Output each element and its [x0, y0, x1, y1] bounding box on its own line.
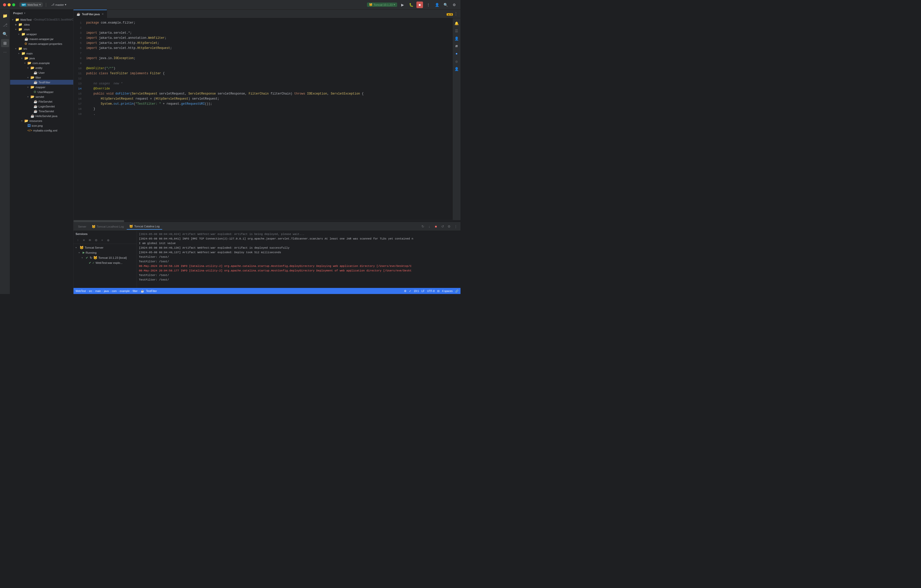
notification-icon[interactable]: 🔔 — [454, 20, 460, 26]
minimize-button[interactable] — [8, 3, 11, 7]
branch-selector[interactable]: ⎇ master ▾ — [49, 2, 69, 7]
tab-testfilter[interactable]: ☕ TestFilter.java ✕ — [73, 10, 107, 18]
tab-more-button[interactable]: ▲ 3 ⋮ — [444, 11, 460, 16]
reload-button[interactable]: ↻ — [420, 224, 426, 230]
titlebar: WT WebTest ▾ ⎇ master ▾ 🐱 Tomcat 10.1.23… — [0, 0, 460, 10]
tree-loginservlet[interactable]: ▶ ☕ LoginServlet — [10, 104, 73, 109]
commit-icon[interactable]: ⎇ — [1, 21, 9, 29]
project-sidebar: Project ▾ ▾ 📁 WebTest ~/Desktop/CS/JavaE… — [10, 10, 73, 294]
srv-eye-btn[interactable]: 👁 — [87, 238, 93, 243]
srv-tomcat-instance[interactable]: ▾ ✔ ↻ 🐱 Tomcat 10.1.23 [local] — [73, 255, 137, 260]
run-button[interactable]: ▶ — [399, 2, 406, 8]
tree-servlet[interactable]: ▾ 📂 servlet — [10, 94, 73, 99]
search-button[interactable]: 🔍 — [442, 2, 449, 8]
tab-tomcat-localhost[interactable]: 🐱 Tomcat Localhost Log — [89, 224, 126, 230]
tab-label: TestFilter.java — [82, 13, 99, 16]
tree-main[interactable]: ▾ 📁 main — [10, 51, 73, 56]
tab-close-button[interactable]: ✕ — [102, 13, 104, 15]
wrapper-label: wrapper — [26, 33, 37, 36]
tree-iconpng[interactable]: ▶ 🖼 icon.png — [10, 123, 73, 128]
log-line-2: [2024-05-08 08:04:49,041] INFO [RMI TCP … — [139, 236, 459, 241]
resources-label: resources — [29, 119, 42, 122]
tree-java[interactable]: ▾ 📂 java — [10, 56, 73, 60]
debug-button[interactable]: 🐛 — [408, 2, 414, 8]
tree-resources[interactable]: ▾ 📂 resources — [10, 118, 73, 123]
person-icon[interactable]: 👤 — [454, 36, 460, 42]
srv-collapse-btn[interactable]: ↑ — [75, 238, 81, 243]
srv-filter-btn[interactable]: ⚙ — [93, 238, 99, 243]
tree-root[interactable]: ▾ 📁 WebTest ~/Desktop/CS/JavaEE/1 JavaWe… — [10, 17, 73, 22]
tree-mapper[interactable]: ▾ 📂 mapper — [10, 85, 73, 90]
more-icon[interactable]: ··· — [1, 48, 9, 56]
clear-button[interactable]: ↺ — [440, 224, 445, 230]
tab-server[interactable]: Server — [75, 224, 89, 229]
project-name: WebTest — [28, 3, 38, 7]
srv-webtest-artifact[interactable]: ▶ ✔ ✓ WebTest:war explo... — [73, 260, 137, 265]
search-icon[interactable]: 🔍 — [1, 30, 9, 38]
tree-testfilter[interactable]: ▶ ☕ TestFilter — [10, 80, 73, 85]
tree-wrapper[interactable]: ▾ 📁 wrapper — [10, 32, 73, 36]
more-panel-button[interactable]: ⋮ — [453, 224, 459, 230]
openai-icon[interactable]: ◎ — [454, 58, 460, 64]
titlebar-separator — [46, 3, 46, 7]
tomcat-server-label: Tomcat Server — [85, 246, 103, 249]
stop-log-button[interactable]: ■ — [433, 224, 439, 230]
close-button[interactable] — [3, 3, 6, 7]
iconpng-label: icon.png — [32, 124, 42, 127]
srv-add-btn[interactable]: ⊕ — [106, 238, 111, 243]
tree-fileservlet[interactable]: ▶ ☕ FileServlet — [10, 99, 73, 104]
project-selector[interactable]: WT WebTest ▾ — [19, 2, 43, 7]
tab-tomcat-catalina[interactable]: 🐱 Tomcat Catalina Log — [127, 223, 162, 230]
tree-src[interactable]: ▾ 📁 src — [10, 46, 73, 51]
log-line-4: [2024-05-08 08:04:49,136] Artifact WebTe… — [139, 246, 459, 250]
filter-button[interactable]: ⚙ — [446, 224, 452, 230]
settings-button[interactable]: ⚙ — [451, 2, 457, 8]
scroll-down-button[interactable]: ↓ — [426, 224, 432, 230]
content-area: ☕ TestFilter.java ✕ ▲ 3 ⋮ 12345 678910 1… — [73, 10, 460, 294]
tree-timeservlet[interactable]: ▶ ☕ TimeServlet — [10, 109, 73, 114]
branch-icon: ⎇ — [51, 3, 54, 7]
tomcat-instance-label: Tomcat 10.1.23 [local] — [98, 256, 127, 259]
tree-entity[interactable]: ▾ 📂 entity — [10, 65, 73, 70]
person2-icon[interactable]: 👤 — [454, 66, 460, 72]
maximize-button[interactable] — [12, 3, 15, 7]
editor-scrollbar-thumb[interactable] — [73, 220, 124, 222]
tree-com-example[interactable]: ▾ 📂 com.example — [10, 60, 73, 65]
more-actions-button[interactable]: ⋮ — [425, 2, 431, 8]
status-lang-icon[interactable]: ✓ — [409, 290, 411, 293]
status-settings-icon[interactable]: ⚙ — [404, 290, 407, 293]
italic-m-icon[interactable]: m — [454, 43, 460, 49]
tree-helloservlet[interactable]: ▶ ☕ HelloServlet.java — [10, 114, 73, 118]
tree-maven-props[interactable]: ▶ ⚙ maven-wrapper.properties — [10, 41, 73, 46]
structure-icon[interactable]: ⊞ — [1, 39, 9, 47]
srv-tomcat-server[interactable]: ▾ 🐱 Tomcat Server — [73, 245, 137, 250]
profile-button[interactable]: 👤 — [434, 2, 440, 8]
code-line-6: import jakarta.servlet.http.HttpServletR… — [86, 46, 460, 50]
com-example-label: com.example — [33, 62, 50, 65]
project-chevron: ▾ — [39, 3, 41, 7]
tree-mvn[interactable]: ▾ 📁 .mvn — [10, 27, 73, 32]
code-area[interactable]: package com.example.filter; import jakar… — [84, 18, 460, 220]
mapper-label: mapper — [36, 86, 46, 89]
srv-close-btn[interactable]: ✕ — [81, 238, 87, 243]
blue-dot-icon[interactable]: ● — [454, 50, 460, 57]
tree-usermapper[interactable]: ▶ ⚙ UserMapper — [10, 90, 73, 94]
tree-idea[interactable]: ▶ 📁 .idea — [10, 22, 73, 27]
editor-scrollbar[interactable] — [73, 220, 460, 222]
tree-mybatisxml[interactable]: ▶ </> mybatis-config.xml — [10, 128, 73, 133]
bc-main: main — [95, 290, 101, 293]
tree-user[interactable]: ▶ ☕ User — [10, 70, 73, 75]
tomcat-run-config[interactable]: 🐱 Tomcat 10.1.23 ▾ — [367, 3, 397, 7]
project-tree-icon[interactable]: 📁 — [1, 11, 9, 20]
list-icon[interactable]: ☰ — [454, 28, 460, 34]
srv-running[interactable]: ▾ ▶ Running — [73, 250, 137, 255]
stop-button[interactable]: ■ — [417, 2, 423, 8]
tree-maven-jar[interactable]: ▶ ☕ maven-wrapper.jar — [10, 36, 73, 41]
tree-filter[interactable]: ▾ 📂 filter — [10, 75, 73, 80]
status-link-icon[interactable]: 🔗 — [455, 290, 459, 293]
log-area[interactable]: [2024-05-08 08:04:49,024] Artifact WebTe… — [137, 231, 460, 288]
srv-new-btn[interactable]: + — [99, 238, 105, 243]
entity-label: entity — [36, 67, 42, 70]
bottom-panel: Server 🐱 Tomcat Localhost Log 🐱 Tomcat C… — [73, 222, 460, 288]
editor[interactable]: 12345 678910 11121314▶15 16171819 packag… — [73, 18, 460, 220]
